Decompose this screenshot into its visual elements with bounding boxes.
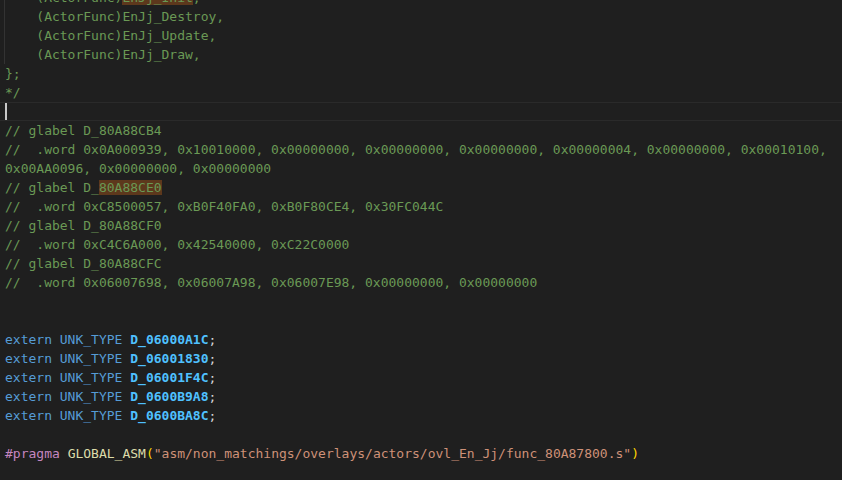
- code-lines: (ActorFunc)EnJj_Init, (ActorFunc)EnJj_De…: [5, 0, 842, 480]
- code-token: // .word 0x0A000939, 0x10010000, 0x00000…: [5, 142, 827, 157]
- search-match-highlight: EnJj_Init: [122, 0, 192, 5]
- code-token: UNK_TYPE: [60, 332, 123, 347]
- code-line[interactable]: // .word 0x0A000939, 0x10010000, 0x00000…: [5, 140, 842, 159]
- code-line[interactable]: #pragma GLOBAL_ASM("asm/non_matchings/ov…: [5, 444, 842, 463]
- code-token: 0x00AA0096, 0x00000000, 0x00000000: [5, 161, 271, 176]
- code-line[interactable]: // glabel D_80A88CE0: [5, 178, 842, 197]
- code-line[interactable]: [5, 425, 842, 444]
- code-line[interactable]: */: [5, 83, 842, 102]
- code-token: extern: [5, 389, 52, 404]
- code-token: ;: [209, 389, 217, 404]
- code-token: (: [146, 446, 154, 461]
- code-token: D_06001F4C: [130, 370, 208, 385]
- code-token: // glabel D_80A88CFC: [5, 256, 162, 271]
- code-line[interactable]: extern UNK_TYPE D_06001F4C;: [5, 368, 842, 387]
- code-token: UNK_TYPE: [60, 351, 123, 366]
- code-token: };: [5, 66, 21, 81]
- code-token: ): [631, 446, 639, 461]
- code-line[interactable]: extern UNK_TYPE D_06001830;: [5, 349, 842, 368]
- code-token: extern: [5, 351, 52, 366]
- code-token: extern: [5, 370, 52, 385]
- code-token: (ActorFunc)EnJj_Destroy,: [5, 9, 224, 24]
- code-token: [52, 351, 60, 366]
- code-token: (ActorFunc)EnJj_Update,: [5, 28, 216, 43]
- code-line[interactable]: // glabel D_80A88CF0: [5, 216, 842, 235]
- code-token: extern: [5, 332, 52, 347]
- code-line[interactable]: [5, 292, 842, 311]
- code-token: UNK_TYPE: [60, 408, 123, 423]
- code-token: ;: [209, 408, 217, 423]
- code-token: // .word 0xC4C6A000, 0x42540000, 0xC22C0…: [5, 237, 349, 252]
- code-line[interactable]: // .word 0xC8500057, 0xB0F40FA0, 0xB0F80…: [5, 197, 842, 216]
- code-token: // glabel D_: [5, 180, 99, 195]
- code-token: GLOBAL_ASM: [68, 446, 146, 461]
- code-token: D_06001830: [130, 351, 208, 366]
- code-line[interactable]: [5, 311, 842, 330]
- code-token: */: [5, 85, 21, 100]
- code-token: [60, 446, 68, 461]
- code-editor[interactable]: (ActorFunc)EnJj_Init, (ActorFunc)EnJj_De…: [0, 0, 842, 480]
- code-line[interactable]: extern UNK_TYPE D_0600BA8C;: [5, 406, 842, 425]
- code-token: (ActorFunc): [5, 0, 122, 5]
- code-token: "asm/non_matchings/overlays/actors/ovl_E…: [154, 446, 631, 461]
- code-token: ;: [209, 332, 217, 347]
- code-line[interactable]: extern UNK_TYPE D_06000A1C;: [5, 330, 842, 349]
- code-token: UNK_TYPE: [60, 389, 123, 404]
- code-token: D_0600BA8C: [130, 408, 208, 423]
- code-line[interactable]: // glabel D_80A88CB4: [5, 121, 842, 140]
- code-line[interactable]: 0x00AA0096, 0x00000000, 0x00000000: [5, 159, 842, 178]
- code-token: #pragma: [5, 446, 60, 461]
- text-cursor: [5, 103, 7, 120]
- code-token: D_06000A1C: [130, 332, 208, 347]
- code-line[interactable]: (ActorFunc)EnJj_Init,: [5, 0, 842, 7]
- code-token: [52, 408, 60, 423]
- code-token: // .word 0x06007698, 0x06007A98, 0x06007…: [5, 275, 537, 290]
- code-token: // glabel D_80A88CF0: [5, 218, 162, 233]
- code-line[interactable]: [5, 463, 842, 480]
- code-token: ;: [209, 351, 217, 366]
- code-line[interactable]: (ActorFunc)EnJj_Destroy,: [5, 7, 842, 26]
- code-token: // glabel D_80A88CB4: [5, 123, 162, 138]
- code-line[interactable]: // .word 0x06007698, 0x06007A98, 0x06007…: [5, 273, 842, 292]
- code-token: D_0600B9A8: [130, 389, 208, 404]
- code-line[interactable]: (ActorFunc)EnJj_Draw,: [5, 45, 842, 64]
- code-line[interactable]: [5, 102, 842, 121]
- code-line[interactable]: (ActorFunc)EnJj_Update,: [5, 26, 842, 45]
- code-token: ,: [193, 0, 201, 5]
- code-token: extern: [5, 408, 52, 423]
- code-token: [52, 389, 60, 404]
- code-token: ;: [209, 370, 217, 385]
- code-token: // .word 0xC8500057, 0xB0F40FA0, 0xB0F80…: [5, 199, 443, 214]
- code-line[interactable]: // glabel D_80A88CFC: [5, 254, 842, 273]
- code-token: [52, 370, 60, 385]
- code-token: (ActorFunc)EnJj_Draw,: [5, 47, 201, 62]
- code-token: [52, 332, 60, 347]
- search-match-highlight: 80A88CE0: [99, 180, 162, 195]
- code-token: UNK_TYPE: [60, 370, 123, 385]
- code-line[interactable]: // .word 0xC4C6A000, 0x42540000, 0xC22C0…: [5, 235, 842, 254]
- code-line[interactable]: extern UNK_TYPE D_0600B9A8;: [5, 387, 842, 406]
- code-line[interactable]: };: [5, 64, 842, 83]
